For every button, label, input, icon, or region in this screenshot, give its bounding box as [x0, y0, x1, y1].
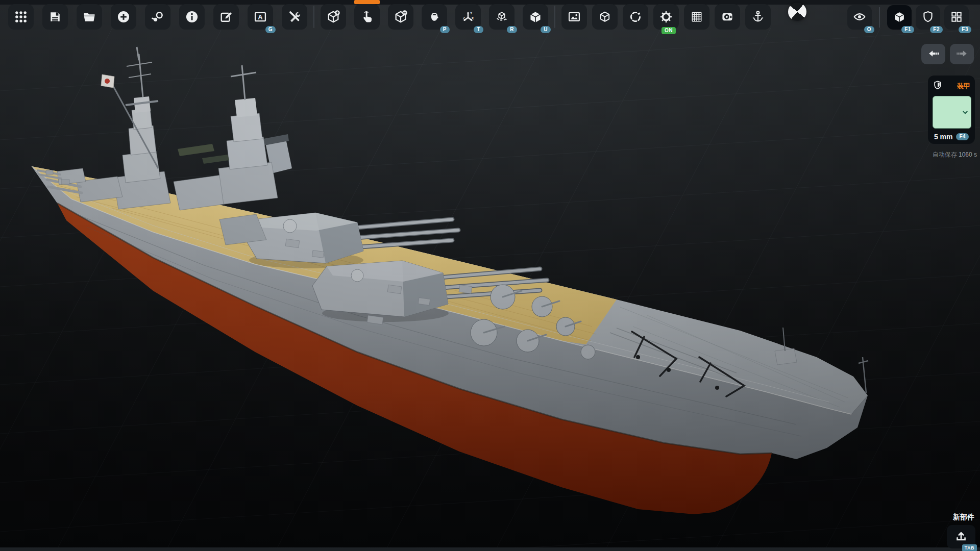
view-mode-toolbar: OF1F2F3: [847, 5, 969, 30]
ship-builder-app: AGPYZXTRUON OF1F2F3 装甲 5 mm F4 自动保存 106: [0, 0, 980, 551]
armor-shortcut-badge: F4: [956, 133, 969, 140]
tool-text-tool[interactable]: AG: [248, 4, 273, 30]
autosave-status: 自动保存 1060 s: [933, 151, 977, 159]
eye-icon: [853, 10, 866, 25]
tool-add-block[interactable]: [321, 4, 346, 30]
info-icon: [185, 10, 199, 24]
tool-grid-toggle[interactable]: [684, 4, 709, 30]
grid-icon: [690, 10, 704, 24]
battleship-model[interactable]: [0, 0, 980, 551]
tool-paint-tool[interactable]: P: [422, 4, 447, 30]
apps-icon: [14, 10, 28, 24]
folder-icon: [82, 10, 96, 24]
tray-up-icon: [954, 529, 968, 545]
tool-wireframe-view[interactable]: [592, 4, 618, 30]
gear-icon: [659, 10, 673, 24]
tool-menu[interactable]: [8, 4, 34, 30]
tool-rename[interactable]: [213, 4, 239, 30]
toolbar-separator: [313, 6, 314, 28]
toolbar-group-2: PYZXTRU: [321, 4, 548, 30]
save-icon: [48, 10, 62, 24]
cube-wire-icon: [598, 10, 612, 24]
tool-duplicate-tool[interactable]: U: [523, 4, 548, 30]
autosave-label: 自动保存: [933, 151, 957, 158]
chevron-down-icon: [961, 108, 970, 117]
viewbar-separator: [879, 7, 880, 28]
shortcut-badge: P: [440, 26, 450, 33]
armor-thickness-value: 5 mm: [934, 133, 953, 141]
tool-delete-block[interactable]: [388, 4, 413, 30]
anchor-icon: [751, 10, 765, 24]
refresh-icon: [628, 10, 643, 24]
paint-bucket-icon: [427, 10, 442, 24]
history-controls: [921, 44, 974, 64]
tool-select-tool[interactable]: [354, 4, 380, 30]
tool-save[interactable]: [42, 4, 68, 30]
plus-circle-icon: [116, 10, 131, 24]
module-view-mode-button[interactable]: F3: [944, 5, 969, 30]
shortcut-badge: G: [265, 26, 276, 33]
shortcut-badge: U: [541, 26, 551, 33]
cube-solid-icon: [893, 10, 906, 25]
tool-anchor-mode[interactable]: [745, 4, 771, 30]
new-part-label: 新部件: [953, 513, 974, 522]
tool-new[interactable]: [111, 4, 136, 30]
bottom-strip: [0, 547, 980, 551]
autosave-value: 1060 s: [959, 151, 977, 158]
tools-icon: [287, 10, 302, 24]
armor-panel-title: 装甲: [957, 82, 970, 91]
undo-icon: [927, 47, 940, 62]
cube-plus-icon: [326, 10, 340, 24]
armor-material-swatch[interactable]: [933, 96, 971, 129]
svg-text:Z: Z: [463, 16, 465, 20]
armor-view-mode-button[interactable]: F2: [916, 5, 940, 30]
tool-build-tools[interactable]: [282, 4, 307, 30]
new-part-shortcut-badge: TAB: [962, 544, 977, 551]
svg-text:X: X: [472, 16, 474, 20]
shield-icon: [921, 10, 935, 25]
cube-rotate-icon: [495, 10, 509, 24]
camera-icon: [720, 10, 734, 24]
visibility-mode-button[interactable]: O: [847, 5, 872, 30]
tool-open[interactable]: [77, 4, 102, 30]
shortcut-badge: T: [474, 26, 483, 33]
armor-panel: 装甲 5 mm F4: [928, 76, 975, 144]
squares-icon: [950, 10, 963, 25]
hand-icon: [360, 10, 374, 24]
undo-button[interactable]: [921, 44, 945, 64]
text-box-icon: A: [253, 10, 267, 24]
axes-icon: YZX: [461, 10, 475, 24]
solid-view-mode-button[interactable]: F1: [887, 5, 912, 30]
redo-icon: [955, 47, 969, 62]
cube-solid-icon: [528, 10, 543, 24]
tool-translate-tool[interactable]: YZXT: [455, 4, 481, 30]
tool-settings[interactable]: ON: [653, 4, 679, 30]
shortcut-badge: F3: [959, 26, 971, 33]
toolbar-group-1: AG: [8, 4, 307, 30]
main-toolbar: AGPYZXTRUON: [8, 4, 771, 30]
cube-minus-icon: [394, 10, 408, 24]
tool-camera-mode[interactable]: [715, 4, 740, 30]
steam-icon: [151, 10, 165, 24]
svg-text:A: A: [258, 13, 262, 21]
redo-button[interactable]: [950, 44, 974, 64]
tool-rotate-tool[interactable]: R: [489, 4, 514, 30]
new-part-button[interactable]: TAB: [947, 525, 975, 548]
image-icon: [567, 10, 581, 24]
tool-background[interactable]: [561, 4, 587, 30]
toolbar-group-3: ON: [561, 4, 771, 30]
svg-text:Y: Y: [470, 11, 473, 15]
viewport-3d[interactable]: [0, 0, 980, 551]
center-of-mass-indicator: [788, 3, 806, 21]
shortcut-badge: O: [864, 26, 874, 33]
edit-icon: [219, 10, 233, 24]
shortcut-badge: F1: [901, 26, 914, 33]
shield-icon: [933, 80, 943, 92]
tool-steam-workshop[interactable]: [145, 4, 170, 30]
shortcut-badge: F2: [930, 26, 943, 33]
toolbar-separator: [554, 6, 555, 28]
tool-reset-view[interactable]: [623, 4, 648, 30]
tool-info[interactable]: [179, 4, 205, 30]
shortcut-badge: R: [507, 26, 517, 33]
shortcut-badge: ON: [662, 27, 676, 34]
